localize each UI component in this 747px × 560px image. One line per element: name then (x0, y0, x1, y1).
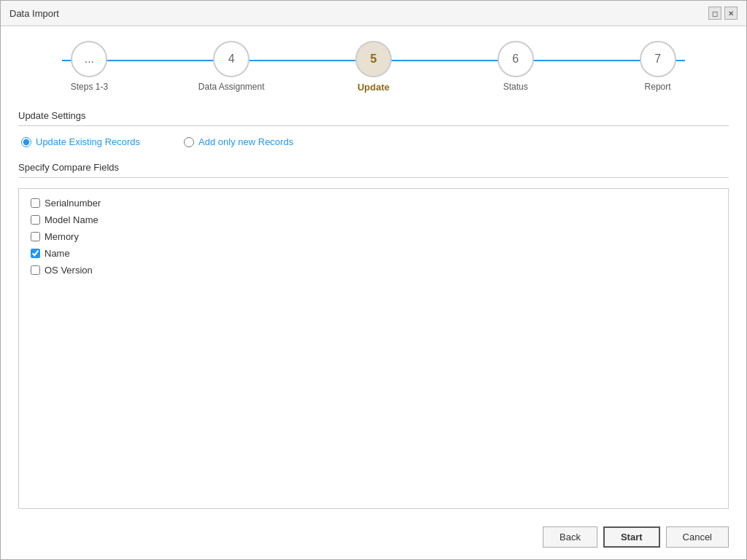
compare-fields-box: Serialnumber Model Name Memory Name OS V… (18, 188, 729, 509)
step-circle-2: 4 (213, 41, 249, 77)
step-circle-4: 6 (498, 41, 534, 77)
radio-add-new-input[interactable] (184, 137, 194, 147)
checkbox-memory[interactable]: Memory (31, 231, 716, 242)
checkbox-model-name-input[interactable] (31, 215, 40, 225)
checkbox-name[interactable]: Name (31, 248, 716, 259)
step-circle-5: 7 (640, 41, 676, 77)
checkbox-name-input[interactable] (31, 249, 40, 258)
title-bar: Data Import ◻ ✕ (1, 1, 746, 26)
window-title: Data Import (9, 8, 59, 19)
radio-group: Update Existing Records Add only new Rec… (18, 136, 729, 147)
title-bar-controls: ◻ ✕ (708, 7, 738, 20)
step-label-4: Status (503, 82, 528, 92)
step-label-3: Update (357, 82, 390, 93)
update-settings-title: Update Settings (18, 110, 729, 121)
checkbox-model-name[interactable]: Model Name (31, 214, 716, 225)
step-report: 7 Report (587, 41, 729, 92)
compare-fields-title: Specify Compare Fields (18, 162, 729, 173)
main-window: Data Import ◻ ✕ ... Steps 1-3 4 (0, 0, 747, 560)
step-status: 6 Status (444, 41, 587, 92)
step-label-1: Steps 1-3 (71, 82, 108, 92)
step-circle-3: 5 (355, 41, 392, 77)
step-data-assignment: 4 Data Assignment (160, 41, 303, 92)
checkbox-os-version[interactable]: OS Version (31, 265, 716, 276)
step-update: 5 Update (303, 41, 445, 93)
restore-button[interactable]: ◻ (708, 7, 721, 20)
content-area: ... Steps 1-3 4 Data Assignment 5 Update… (1, 26, 746, 559)
radio-add-new[interactable]: Add only new Records (184, 136, 293, 147)
step-steps-1-3: ... Steps 1-3 (18, 41, 160, 92)
radio-update-existing-input[interactable] (21, 137, 31, 147)
step-label-5: Report (645, 82, 671, 92)
checkbox-serialnumber-input[interactable] (31, 198, 40, 208)
checkbox-serialnumber[interactable]: Serialnumber (31, 198, 716, 209)
radio-update-existing-label: Update Existing Records (36, 136, 140, 147)
back-button[interactable]: Back (543, 526, 597, 548)
checkbox-model-name-label: Model Name (44, 214, 98, 225)
checkbox-name-label: Name (44, 248, 70, 259)
close-icon: ✕ (728, 9, 734, 18)
update-settings-section: Update Settings Update Existing Records … (18, 110, 729, 162)
compare-fields-divider (18, 177, 729, 178)
close-button[interactable]: ✕ (724, 7, 738, 20)
update-settings-divider (18, 125, 729, 126)
restore-icon: ◻ (712, 9, 718, 18)
checkbox-os-version-input[interactable] (31, 265, 40, 275)
compare-fields-section: Specify Compare Fields Serialnumber Mode… (18, 162, 729, 521)
checkbox-memory-label: Memory (44, 231, 79, 242)
start-button[interactable]: Start (603, 526, 660, 548)
checkbox-os-version-label: OS Version (44, 265, 93, 276)
cancel-button[interactable]: Cancel (666, 526, 729, 548)
footer: Back Start Cancel (18, 521, 729, 548)
stepper: ... Steps 1-3 4 Data Assignment 5 Update… (18, 41, 729, 93)
checkbox-memory-input[interactable] (31, 232, 40, 241)
checkbox-serialnumber-label: Serialnumber (44, 198, 101, 209)
step-circle-1: ... (71, 41, 107, 77)
radio-update-existing[interactable]: Update Existing Records (21, 136, 140, 147)
step-label-2: Data Assignment (198, 82, 265, 92)
radio-add-new-label: Add only new Records (198, 136, 293, 147)
